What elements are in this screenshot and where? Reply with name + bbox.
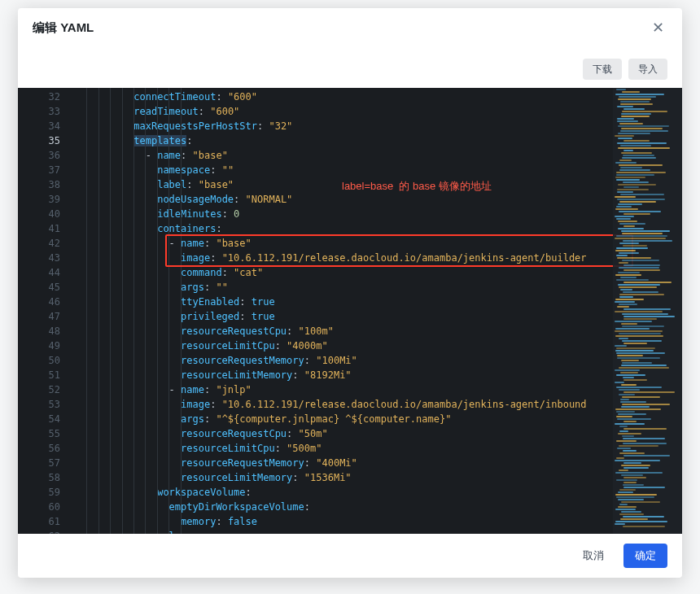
- code-line: containers:: [75, 221, 682, 236]
- code-line: resourceRequestMemory: "400Mi": [75, 456, 682, 470]
- code-line: args: "": [75, 280, 682, 295]
- confirm-button[interactable]: 确定: [623, 544, 667, 568]
- code-line: resourceLimitMemory: "8192Mi": [75, 368, 682, 382]
- import-button[interactable]: 导入: [628, 59, 667, 80]
- code-line: nodeUsageMode: "NORMAL": [75, 192, 682, 207]
- code-line: idleMinutes: 0: [75, 207, 682, 221]
- code-editor[interactable]: 3233343536373839404142434445464748495051…: [18, 88, 682, 534]
- modal: 编辑 YAML ✕ 下载 导入 323334353637383940414243…: [18, 8, 682, 578]
- line-number-gutter: 3233343536373839404142434445464748495051…: [18, 88, 75, 534]
- code-line: resourceRequestCpu: "100m": [75, 324, 682, 338]
- code-line: connectTimeout: "600": [75, 90, 682, 104]
- code-line: volumes:: [75, 529, 682, 534]
- code-line: label: "base": [75, 177, 682, 192]
- close-icon[interactable]: ✕: [648, 18, 667, 37]
- code-line: resourceRequestMemory: "100Mi": [75, 353, 682, 368]
- code-line: emptyDirWorkspaceVolume:: [75, 500, 682, 514]
- code-line: resourceLimitMemory: "1536Mi": [75, 470, 682, 485]
- code-line: command: "cat": [75, 265, 682, 280]
- code-area[interactable]: connectTimeout: "600" readTimeout: "600"…: [75, 88, 682, 534]
- code-line: image: "10.6.112.191/release.daocloud.io…: [75, 397, 682, 412]
- code-line: - name: "jnlp": [75, 382, 682, 397]
- code-line: - name: "base": [75, 148, 682, 163]
- code-line: image: "10.6.112.191/release.daocloud.io…: [75, 251, 682, 265]
- code-line: privileged: true: [75, 309, 682, 324]
- code-line: resourceLimitCpu: "4000m": [75, 338, 682, 353]
- code-line: args: "^${computer.jnlpmac} ^${computer.…: [75, 412, 682, 426]
- modal-title: 编辑 YAML: [33, 20, 94, 36]
- code-line: - name: "base": [75, 236, 682, 251]
- code-line: workspaceVolume:: [75, 485, 682, 500]
- download-button[interactable]: 下载: [583, 59, 622, 80]
- code-line: templates:: [75, 133, 682, 148]
- minimap[interactable]: [613, 88, 682, 534]
- code-line: resourceRequestCpu: "50m": [75, 426, 682, 441]
- code-line: maxRequestsPerHostStr: "32": [75, 119, 682, 133]
- toolbar: 下载 导入: [18, 47, 682, 88]
- code-line: ttyEnabled: true: [75, 295, 682, 309]
- code-line: readTimeout: "600": [75, 104, 682, 119]
- modal-header: 编辑 YAML ✕: [18, 8, 682, 47]
- code-line: resourceLimitCpu: "500m": [75, 441, 682, 456]
- cancel-button[interactable]: 取消: [571, 544, 615, 568]
- code-line: namespace: "": [75, 163, 682, 177]
- modal-footer: 取消 确定: [18, 534, 682, 578]
- code-line: memory: false: [75, 514, 682, 529]
